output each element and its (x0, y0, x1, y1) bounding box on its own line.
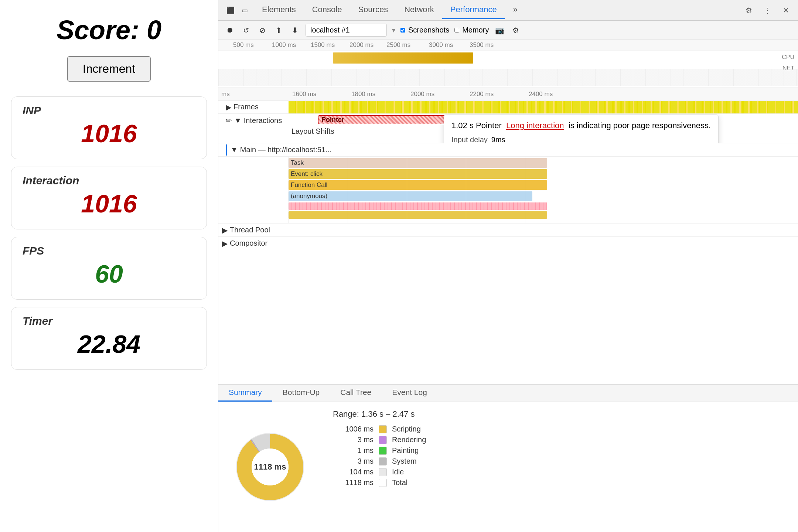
ruler2-2400: 2400 ms (529, 91, 553, 98)
clear-icon[interactable]: ⊘ (257, 25, 268, 36)
record-icon[interactable]: ⏺ (224, 25, 235, 36)
timeline-overview[interactable]: 500 ms 1000 ms 1500 ms 2000 ms 2500 ms 3… (218, 40, 798, 88)
main-thread-indicator (226, 144, 227, 156)
main-arrow-down: ▼ (231, 146, 238, 154)
frames-label[interactable]: ▶ Frames (218, 101, 289, 113)
compositor-arrow: ▶ (222, 239, 228, 248)
donut-chart: 1118 ms (233, 430, 307, 504)
devtools-tabs: Elements Console Sources Network Perform… (254, 1, 743, 19)
tab-bottom-up[interactable]: Bottom-Up (272, 385, 330, 402)
screenshots-checkbox[interactable] (400, 28, 405, 33)
legend-ms: 3 ms (333, 436, 374, 444)
tooltip-link[interactable]: Long interaction (506, 121, 564, 130)
screenshot-strip (218, 69, 798, 86)
ruler-tick-2000: 2000 ms (349, 41, 374, 49)
legend-ms: 1 ms (333, 446, 374, 455)
interactions-track: ✏ ▼ Interactions Pointer Layout Shifts 1… (218, 114, 798, 143)
timeline-main[interactable]: ms 1600 ms 1800 ms 2000 ms 2200 ms 2400 … (218, 88, 798, 384)
legend-label: System (392, 457, 417, 466)
dock-icon[interactable]: ⬛ (224, 4, 237, 17)
timer-value: 22.84 (23, 330, 195, 358)
tooltip-input-delay: Input delay 9ms (451, 133, 711, 143)
interaction-card: Interaction 1016 (11, 167, 207, 229)
cpu-label: CPU (782, 54, 794, 61)
more-options-icon[interactable]: ⋮ (761, 4, 774, 17)
tab-performance[interactable]: Performance (442, 1, 505, 19)
left-panel: Score: 0 Increment INP 1016 Interaction … (0, 0, 218, 532)
tab-call-tree[interactable]: Call Tree (330, 385, 382, 402)
main-thread-content: Task Event: click Function Call (anonymo… (218, 157, 798, 223)
interaction-label: Interaction (23, 174, 195, 187)
tab-network[interactable]: Network (396, 1, 442, 19)
fps-value: 60 (23, 259, 195, 288)
tab-more[interactable]: » (505, 1, 526, 19)
legend-label: Rendering (392, 436, 426, 444)
vline3 (407, 157, 407, 223)
legend-row: 1006 ms Scripting (333, 425, 787, 433)
range-text: Range: 1.36 s – 2.47 s (333, 409, 787, 419)
bottom-tabs: Summary Bottom-Up Call Tree Event Log (218, 385, 798, 402)
ruler-tick-3500: 3500 ms (470, 41, 494, 49)
ruler2-1600: 1600 ms (292, 91, 316, 98)
legend-color (379, 425, 387, 433)
inp-card: INP 1016 (11, 96, 207, 159)
summary-right: Range: 1.36 s – 2.47 s 1006 ms Scripting… (322, 402, 798, 532)
reload-icon[interactable]: ↺ (241, 25, 252, 36)
timeline-ruler: 500 ms 1000 ms 1500 ms 2000 ms 2500 ms 3… (218, 40, 798, 51)
settings-icon[interactable]: ⚙ (743, 4, 755, 17)
legend-color (379, 457, 387, 466)
main-thread-header[interactable]: ▼ Main — http://localhost:51... (218, 143, 798, 157)
legend-row: 1 ms Painting (333, 446, 787, 455)
frames-content (289, 101, 798, 113)
legend-row: 3 ms System (333, 457, 787, 466)
memory-checkbox[interactable] (454, 28, 459, 33)
legend-ms: 104 ms (333, 468, 374, 476)
legend-ms: 3 ms (333, 457, 374, 466)
tab-console[interactable]: Console (304, 1, 350, 19)
ruler2-2000: 2000 ms (410, 91, 434, 98)
header-icons: ⚙ ⋮ ✕ (743, 4, 792, 17)
compositor-row[interactable]: ▶ Compositor (218, 237, 798, 250)
legend-label: Idle (392, 468, 404, 476)
vline2 (348, 157, 348, 223)
interaction-tooltip: 1.02 s Pointer Long interaction is indic… (444, 115, 719, 143)
legend-label: Scripting (392, 425, 421, 433)
upload-icon[interactable]: ⬆ (273, 25, 284, 36)
fps-card: FPS 60 (11, 237, 207, 300)
timeline-ruler2: ms 1600 ms 1800 ms 2000 ms 2200 ms 2400 … (218, 88, 798, 100)
legend-color (379, 436, 387, 444)
tab-sources[interactable]: Sources (350, 1, 396, 19)
interactions-arrow-down: ▼ (234, 116, 242, 125)
bottom-panel: Summary Bottom-Up Call Tree Event Log (218, 384, 798, 532)
cpu-bar (333, 52, 473, 64)
settings2-icon[interactable]: ⚙ (510, 25, 521, 36)
capture-icon[interactable]: 📷 (494, 25, 505, 36)
donut-label: 1118 ms (254, 462, 286, 472)
download-icon[interactable]: ⬇ (289, 25, 300, 36)
url-input[interactable] (306, 24, 387, 37)
vline1 (289, 157, 289, 223)
ruler2-1800: 1800 ms (351, 91, 375, 98)
legend-row: 1118 ms Total (333, 478, 787, 487)
interactions-label[interactable]: ✏ ▼ Interactions (218, 114, 289, 126)
legend-color (379, 468, 387, 476)
tab-summary[interactable]: Summary (218, 385, 272, 402)
close-icon[interactable]: ✕ (780, 4, 792, 17)
increment-button[interactable]: Increment (67, 56, 151, 82)
ruler-tick-3000: 3000 ms (429, 41, 453, 49)
summary-legend: 1006 ms Scripting 3 ms Rendering 1 ms Pa… (333, 425, 787, 487)
dock-icon2[interactable]: ▭ (238, 4, 251, 17)
legend-row: 3 ms Rendering (333, 436, 787, 444)
inp-label: INP (23, 104, 195, 117)
frames-track: ▶ Frames (218, 100, 798, 114)
legend-color (379, 447, 387, 455)
summary-left: 1118 ms (218, 402, 322, 532)
tab-elements[interactable]: Elements (254, 1, 304, 19)
fps-label: FPS (23, 245, 195, 257)
vline4 (466, 157, 466, 223)
tab-event-log[interactable]: Event Log (382, 385, 437, 402)
thread-pool-row[interactable]: ▶ Thread Pool (218, 224, 798, 237)
timer-card: Timer 22.84 (11, 307, 207, 370)
layout-shifts-label[interactable]: Layout Shifts (289, 127, 334, 136)
tooltip-title: 1.02 s Pointer Long interaction is indic… (451, 121, 711, 130)
